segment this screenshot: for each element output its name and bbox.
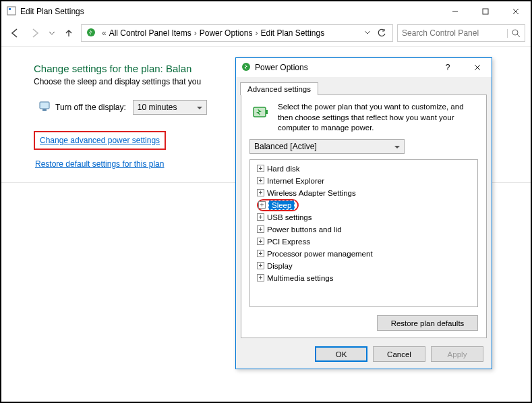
dialog-close-button[interactable] [465,61,490,74]
expand-icon[interactable]: + [257,189,264,196]
address-bar[interactable]: « All Control Panel Items › Power Option… [81,24,393,42]
refresh-button[interactable] [374,28,390,38]
power-options-icon [241,62,251,74]
monitor-icon [39,101,51,114]
minimize-button[interactable] [440,1,470,22]
ok-button[interactable]: OK [315,346,367,362]
expand-icon[interactable]: + [258,201,266,209]
dialog-help-button[interactable]: ? [435,61,461,74]
window-controls [440,1,531,22]
restore-plan-defaults-button[interactable]: Restore plan defaults [377,315,478,331]
window-icon [7,6,16,18]
svg-rect-3 [483,9,488,14]
tree-item-sleep-label: Sleep [268,200,295,210]
svg-rect-15 [266,110,268,114]
breadcrumb-item[interactable]: Edit Plan Settings [260,28,324,38]
turn-off-display-value: 10 minutes [138,103,177,112]
tree-item-power-buttons-and-lid[interactable]: +Power buttons and lid [253,223,475,236]
svg-rect-0 [7,7,16,15]
tab-advanced-settings[interactable]: Advanced settings [240,82,318,95]
nav-forward-button[interactable] [27,25,43,41]
dialog-button-row: OK Cancel Apply [236,342,492,369]
tree-item-usb-settings[interactable]: +USB settings [253,211,475,223]
nav-back-button[interactable] [7,25,23,41]
highlight-circle: + Sleep [257,199,299,211]
svg-rect-10 [42,109,47,111]
turn-off-display-label: Turn off the display: [55,103,126,112]
nav-up-button[interactable] [61,25,77,41]
tree-item-pci-express[interactable]: +PCI Express [253,236,475,248]
svg-line-8 [517,34,520,37]
tree-item-multimedia-settings[interactable]: +Multimedia settings [253,272,475,284]
nav-toolbar: « All Control Panel Items › Power Option… [1,22,531,45]
heading-prefix: Change settings for the plan: [34,63,166,74]
expand-icon[interactable]: + [257,177,264,184]
apply-button[interactable]: Apply [431,346,483,362]
breadcrumb-item[interactable]: All Control Panel Items [109,28,191,38]
window-titlebar: Edit Plan Settings [1,1,531,22]
expand-icon[interactable]: + [257,262,264,269]
dialog-title: Power Options [255,63,431,72]
window-title: Edit Plan Settings [20,7,84,16]
search-button[interactable] [507,29,525,38]
tree-item-hard-disk[interactable]: +Hard disk [253,163,475,175]
breadcrumb-item[interactable]: Power Options [200,28,253,38]
nav-history-dropdown[interactable] [47,25,57,41]
maximize-button[interactable] [470,1,500,22]
breadcrumb-chevron-icon: « [102,28,107,38]
power-options-icon [86,27,96,40]
search-box[interactable] [397,24,525,42]
restore-default-settings-link[interactable]: Restore default settings for this plan [34,157,165,171]
expand-icon[interactable]: + [257,250,264,257]
breadcrumb-chevron-icon: › [255,28,258,38]
tree-item-internet-explorer[interactable]: +Internet Explorer [253,175,475,187]
battery-icon [249,102,271,126]
tree-item-wireless-adapter-settings[interactable]: +Wireless Adapter Settings [253,187,475,199]
close-button[interactable] [500,1,531,22]
dialog-tabstrip: Advanced settings [236,78,492,95]
power-options-dialog: Power Options ? Advanced settings Select… [235,57,492,369]
cancel-button[interactable]: Cancel [373,346,425,362]
dialog-titlebar[interactable]: Power Options ? [236,58,492,77]
dialog-intro-text: Select the power plan that you want to c… [278,102,478,134]
change-advanced-power-settings-link[interactable]: Change advanced power settings [40,136,160,145]
highlight-box: Change advanced power settings [34,131,166,150]
search-input[interactable] [398,28,507,38]
settings-tree[interactable]: +Hard disk +Internet Explorer +Wireless … [249,159,478,307]
dialog-tabpage: Select the power plan that you want to c… [241,95,487,338]
address-dropdown-icon[interactable] [364,28,371,38]
tree-item-processor-power-management[interactable]: +Processor power management [253,248,475,260]
expand-icon[interactable]: + [257,238,264,245]
power-plan-value: Balanced [Active] [254,142,317,151]
expand-icon[interactable]: + [257,274,264,281]
expand-icon[interactable]: + [257,225,264,233]
turn-off-display-dropdown[interactable]: 10 minutes [133,100,207,115]
power-plan-dropdown[interactable]: Balanced [Active] [249,139,405,154]
tree-item-display[interactable]: +Display [253,260,475,272]
svg-point-7 [512,30,518,35]
tree-item-sleep[interactable]: + Sleep [253,199,475,211]
breadcrumb-chevron-icon: › [194,28,197,38]
expand-icon[interactable]: + [257,165,264,172]
svg-rect-1 [9,8,11,10]
svg-rect-9 [40,102,49,109]
heading-planname: Balan [166,63,191,74]
expand-icon[interactable]: + [257,213,264,221]
